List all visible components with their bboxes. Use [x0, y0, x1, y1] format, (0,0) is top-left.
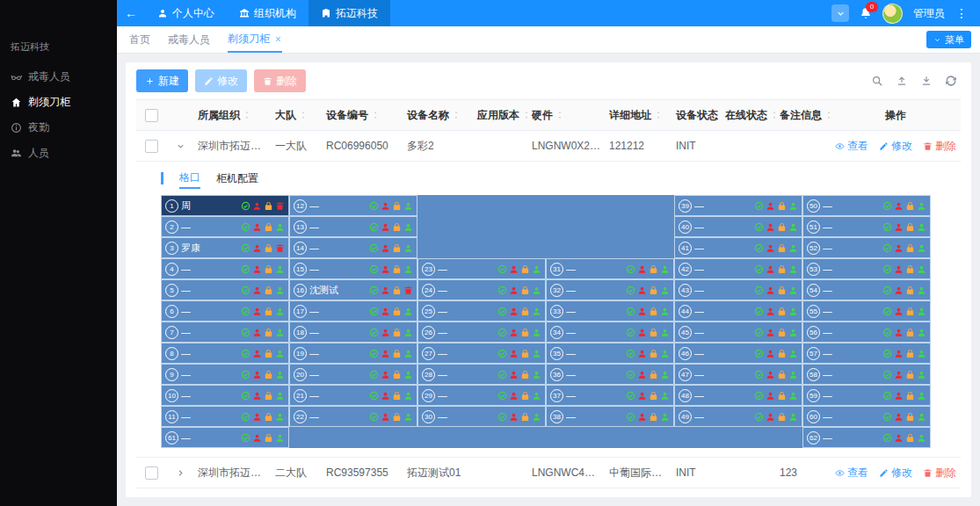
assign-person-icon[interactable]	[403, 328, 413, 337]
lock-icon[interactable]	[520, 307, 530, 316]
lock-icon[interactable]	[264, 201, 273, 211]
locker-cell-45[interactable]: 45—	[674, 322, 802, 343]
occupant-icon[interactable]	[252, 391, 262, 401]
check-circle-icon[interactable]	[369, 307, 379, 316]
occupant-icon[interactable]	[894, 391, 904, 401]
column-header-app-version[interactable]: 应用版本	[477, 108, 519, 123]
assign-person-icon[interactable]	[788, 349, 798, 358]
occupant-icon[interactable]	[252, 201, 262, 211]
locker-cell-52[interactable]: 52—	[802, 237, 931, 258]
check-circle-icon[interactable]	[754, 349, 764, 358]
check-circle-icon[interactable]	[369, 243, 379, 253]
check-circle-icon[interactable]	[241, 370, 250, 380]
lock-icon[interactable]	[264, 391, 273, 401]
locker-cell-35[interactable]: 35—	[546, 343, 674, 364]
assign-person-icon[interactable]	[403, 243, 413, 253]
occupant-icon[interactable]	[637, 412, 647, 422]
view-link[interactable]: 查看	[835, 466, 868, 481]
sort-caret[interactable]	[372, 111, 379, 119]
check-circle-icon[interactable]	[369, 201, 379, 211]
topnav-organization[interactable]: 组织机构	[227, 0, 309, 26]
check-circle-icon[interactable]	[369, 264, 379, 274]
check-circle-icon[interactable]	[882, 307, 892, 316]
assign-person-icon[interactable]	[917, 391, 926, 401]
occupant-icon[interactable]	[894, 328, 904, 337]
occupant-icon[interactable]	[252, 328, 262, 337]
locker-cell-26[interactable]: 26—	[417, 322, 546, 343]
assign-person-icon[interactable]	[660, 349, 670, 358]
occupant-icon[interactable]	[381, 349, 390, 358]
locker-cell-54[interactable]: 54—	[802, 279, 931, 300]
column-header-device-status[interactable]: 设备状态	[676, 108, 718, 123]
locker-cell-39[interactable]: 39—	[674, 195, 802, 216]
check-circle-icon[interactable]	[497, 391, 507, 401]
row-checkbox[interactable]	[145, 497, 158, 498]
locker-cell-55[interactable]: 55—	[802, 300, 931, 322]
check-circle-icon[interactable]	[882, 349, 892, 358]
lock-icon[interactable]	[264, 433, 273, 443]
locker-cell-62[interactable]: 62—	[802, 427, 931, 448]
check-circle-icon[interactable]	[241, 201, 250, 211]
check-circle-icon[interactable]	[626, 286, 635, 295]
check-circle-icon[interactable]	[241, 243, 250, 253]
lock-icon[interactable]	[649, 264, 658, 274]
occupant-icon[interactable]	[381, 222, 390, 232]
locker-cell-36[interactable]: 36—	[546, 364, 674, 385]
locker-cell-49[interactable]: 49—	[674, 406, 802, 427]
lock-icon[interactable]	[649, 349, 658, 358]
lock-icon[interactable]	[905, 349, 915, 358]
assign-person-icon[interactable]	[917, 222, 926, 232]
locker-cell-17[interactable]: 17—	[289, 300, 417, 322]
delete-button[interactable]: 删除	[254, 69, 306, 92]
assign-person-icon[interactable]	[660, 412, 670, 422]
check-circle-icon[interactable]	[882, 433, 892, 443]
locker-cell-38[interactable]: 38—	[546, 406, 674, 427]
lock-icon[interactable]	[649, 307, 658, 316]
locker-cell-5[interactable]: 5—	[161, 279, 289, 300]
lock-icon[interactable]	[392, 412, 402, 422]
assign-person-icon[interactable]	[532, 328, 541, 337]
lock-icon[interactable]	[777, 412, 787, 422]
check-circle-icon[interactable]	[754, 286, 764, 295]
occupant-icon[interactable]	[509, 286, 519, 295]
assign-person-icon[interactable]	[532, 370, 541, 380]
lock-icon[interactable]	[520, 349, 530, 358]
occupant-icon[interactable]	[766, 370, 775, 380]
locker-cell-18[interactable]: 18—	[289, 322, 417, 343]
assign-person-icon[interactable]	[917, 349, 926, 358]
column-header-device-code[interactable]: 设备编号	[326, 108, 368, 123]
assign-person-icon[interactable]	[917, 286, 926, 295]
check-circle-icon[interactable]	[241, 433, 250, 443]
locker-cell-32[interactable]: 32—	[546, 279, 674, 300]
lock-icon[interactable]	[905, 328, 915, 337]
locker-cell-56[interactable]: 56—	[802, 322, 931, 343]
locker-cell-43[interactable]: 43—	[674, 279, 802, 300]
sort-caret[interactable]	[300, 111, 307, 119]
lock-icon[interactable]	[264, 264, 273, 274]
new-button[interactable]: 新建	[136, 69, 188, 92]
locker-cell-19[interactable]: 19—	[289, 343, 417, 364]
edit-link[interactable]: 修改	[879, 139, 912, 154]
check-circle-icon[interactable]	[882, 243, 892, 253]
check-circle-icon[interactable]	[882, 286, 892, 295]
locker-cell-60[interactable]: 60—	[802, 406, 931, 427]
assign-person-icon[interactable]	[660, 370, 670, 380]
sidebar-item-drug-rehab-person[interactable]: 戒毒人员	[0, 64, 117, 90]
close-icon[interactable]	[274, 35, 282, 43]
sidebar-item-shaver-cabinet[interactable]: 剃须刀柜	[0, 90, 117, 115]
lock-icon[interactable]	[649, 412, 658, 422]
locker-cell-29[interactable]: 29—	[417, 385, 546, 406]
lock-icon[interactable]	[777, 349, 787, 358]
check-circle-icon[interactable]	[882, 370, 892, 380]
row-checkbox[interactable]	[145, 140, 158, 153]
tab-shaver-cabinet[interactable]: 剃须刀柜	[228, 26, 282, 53]
assign-person-icon[interactable]	[917, 433, 926, 443]
assign-person-icon[interactable]	[275, 349, 285, 358]
occupant-icon[interactable]	[252, 264, 262, 274]
table-row[interactable]: 深圳市拓迈… 一大队 RC06996050 多彩2 LNGNW0X2G3 121…	[136, 131, 961, 162]
assign-person-icon[interactable]	[403, 412, 413, 422]
locker-cell-37[interactable]: 37—	[546, 385, 674, 406]
lock-icon[interactable]	[520, 286, 530, 295]
lock-icon[interactable]	[905, 307, 915, 316]
lock-icon[interactable]	[392, 349, 402, 358]
